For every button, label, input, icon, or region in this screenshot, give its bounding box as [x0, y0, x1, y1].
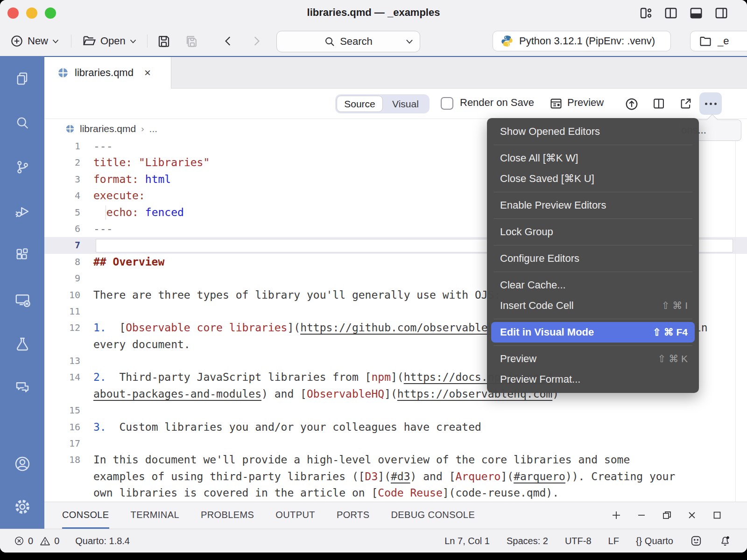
line-number[interactable]	[44, 469, 93, 485]
line-number[interactable]	[44, 386, 93, 402]
preview-report-icon[interactable]	[550, 97, 563, 110]
problems-status[interactable]: 0 0	[14, 536, 59, 546]
account-icon[interactable]	[14, 455, 31, 473]
menu-item-edit-in-visual-mode[interactable]: Edit in Visual Mode⇧ ⌘ F4	[491, 322, 695, 343]
source-mode-button[interactable]: Source	[337, 96, 383, 112]
line-number[interactable]: 7	[44, 237, 93, 253]
quarto-version-status[interactable]: Quarto: 1.8.4	[75, 536, 130, 546]
line-number[interactable]: 3	[44, 171, 93, 188]
line-number[interactable]: 1	[44, 138, 93, 154]
save-button[interactable]	[157, 26, 171, 56]
feedback-smiley-icon[interactable]	[690, 535, 702, 547]
line-number[interactable]: 2	[44, 154, 93, 171]
remote-explorer-icon[interactable]	[14, 292, 31, 308]
close-tab-icon[interactable]: ×	[144, 66, 151, 79]
line-number[interactable]: 14	[44, 369, 93, 385]
notifications-bell-icon[interactable]	[719, 535, 731, 547]
line-content[interactable]: own libraries is covered in the article …	[93, 485, 747, 501]
split-editor-icon[interactable]	[652, 97, 665, 110]
settings-gear-icon[interactable]	[14, 498, 31, 516]
save-all-button[interactable]	[185, 26, 199, 56]
line-content[interactable]	[93, 402, 747, 419]
cursor-position-status[interactable]: Ln 7, Col 1	[444, 536, 490, 546]
line-number[interactable]: 8	[44, 254, 93, 270]
maximize-panel-icon[interactable]	[712, 510, 723, 521]
line-number[interactable]	[44, 485, 93, 501]
line-number[interactable]: 12	[44, 320, 93, 336]
testing-icon[interactable]	[14, 336, 31, 353]
minimize-panel-icon[interactable]	[636, 510, 647, 521]
panel-tab-console[interactable]: CONSOLE	[62, 502, 109, 529]
open-button[interactable]: Open	[82, 26, 136, 56]
explorer-icon[interactable]	[14, 71, 30, 87]
new-console-plus-icon[interactable]	[611, 510, 622, 521]
line-number[interactable]: 13	[44, 353, 93, 369]
line-number[interactable]: 10	[44, 287, 93, 303]
code-line[interactable]: 15	[44, 402, 747, 419]
breadcrumb-file[interactable]: libraries.qmd	[80, 123, 136, 134]
line-content[interactable]: examples of using third-party libraries …	[93, 469, 747, 485]
menu-item-insert-code-cell[interactable]: Insert Code Cell⇧ ⌘ I	[487, 295, 699, 316]
source-control-icon[interactable]	[14, 159, 30, 175]
code-line[interactable]: 17	[44, 435, 747, 452]
interpreter-selector[interactable]: Python 3.12.1 (PipEnv: .venv)	[493, 31, 671, 51]
menu-item-lock-group[interactable]: Lock Group	[487, 222, 699, 242]
language-mode-status[interactable]: {} Quarto	[636, 536, 673, 546]
line-number[interactable]	[44, 336, 93, 353]
code-line[interactable]: 18In this document we'll provide a high-…	[44, 452, 747, 468]
tab-libraries-qmd[interactable]: libraries.qmd ×	[44, 57, 171, 89]
navigate-forward-button[interactable]	[250, 26, 262, 56]
render-icon[interactable]	[625, 97, 639, 111]
menu-item-close-all-k-w[interactable]: Close All [⌘K W]	[487, 148, 699, 168]
line-number[interactable]: 17	[44, 435, 93, 452]
open-in-new-window-icon[interactable]	[679, 97, 692, 110]
line-number[interactable]: 15	[44, 402, 93, 419]
line-content[interactable]: In this document we'll provide a high-le…	[93, 452, 747, 468]
project-button[interactable]: _e	[690, 31, 747, 51]
panel-tab-terminal[interactable]: TERMINAL	[131, 502, 179, 529]
encoding-status[interactable]: UTF-8	[565, 536, 592, 546]
menu-item-close-saved-k-u[interactable]: Close Saved [⌘K U]	[487, 168, 699, 189]
line-number[interactable]: 11	[44, 303, 93, 320]
panel-tab-debug-console[interactable]: DEBUG CONSOLE	[391, 502, 475, 529]
panel-tab-output[interactable]: OUTPUT	[275, 502, 315, 529]
code-line[interactable]: 163. Custom libraries you and/or your co…	[44, 419, 747, 435]
line-number[interactable]: 16	[44, 419, 93, 435]
menu-item-show-opened-editors[interactable]: Show Opened Editors	[487, 121, 699, 142]
navigate-back-button[interactable]	[222, 26, 234, 56]
customize-layout-icon[interactable]	[639, 6, 653, 20]
search-sidebar-icon[interactable]	[14, 115, 30, 131]
line-content[interactable]: 3. Custom libraries you and/or your coll…	[93, 419, 747, 435]
code-line[interactable]: own libraries is covered in the article …	[44, 485, 747, 501]
toggle-panel-icon[interactable]	[689, 6, 703, 20]
eol-status[interactable]: LF	[608, 536, 619, 546]
toggle-secondary-sidebar-icon[interactable]	[714, 6, 728, 20]
indentation-status[interactable]: Spaces: 2	[507, 536, 548, 546]
line-number[interactable]: 6	[44, 221, 93, 237]
split-editor-layout-icon[interactable]	[664, 6, 678, 20]
visual-mode-button[interactable]: Visual	[383, 96, 428, 112]
restore-panel-icon[interactable]	[661, 510, 672, 521]
line-number[interactable]: 18	[44, 452, 93, 468]
line-content[interactable]	[93, 435, 747, 452]
close-panel-icon[interactable]	[686, 510, 698, 521]
menu-item-preview[interactable]: Preview⇧ ⌘ K	[487, 349, 699, 369]
panel-tab-problems[interactable]: PROBLEMS	[201, 502, 254, 529]
run-debug-icon[interactable]	[14, 203, 31, 220]
new-button[interactable]: New	[10, 26, 59, 56]
more-actions-button[interactable]	[699, 92, 722, 115]
menu-item-enable-preview-editors[interactable]: Enable Preview Editors	[487, 195, 699, 216]
menu-item-clear-cache[interactable]: Clear Cache...	[487, 275, 699, 295]
comments-icon[interactable]	[14, 379, 31, 396]
menu-item-preview-format[interactable]: Preview Format...	[487, 369, 699, 390]
code-line[interactable]: examples of using third-party libraries …	[44, 469, 747, 485]
panel-tab-ports[interactable]: PORTS	[337, 502, 370, 529]
line-number[interactable]: 9	[44, 270, 93, 287]
line-number[interactable]: 4	[44, 188, 93, 204]
search-input[interactable]: Search	[276, 31, 420, 52]
line-number[interactable]: 5	[44, 204, 93, 221]
menu-item-configure-editors[interactable]: Configure Editors	[487, 248, 699, 269]
preview-label[interactable]: Preview	[567, 97, 604, 109]
render-on-save-checkbox[interactable]	[441, 97, 453, 110]
breadcrumb-more[interactable]: ...	[149, 123, 158, 134]
